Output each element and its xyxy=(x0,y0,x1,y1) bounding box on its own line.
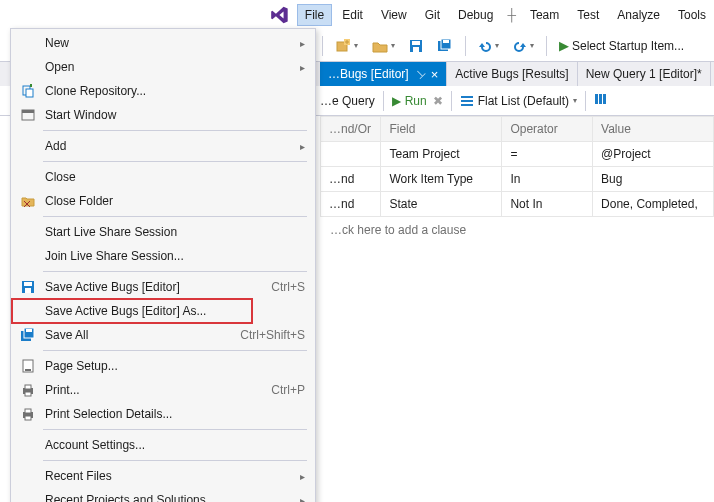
cell-value[interactable]: Done, Completed, xyxy=(593,192,714,217)
file-menu-item[interactable]: Clone Repository... xyxy=(13,79,313,103)
submenu-arrow-icon: ▸ xyxy=(300,38,305,49)
svg-rect-19 xyxy=(24,282,32,286)
blank-icon xyxy=(19,168,37,186)
pin-icon[interactable]: ⊣ xyxy=(412,66,428,82)
window-icon xyxy=(19,106,37,124)
menu-team[interactable]: Team xyxy=(522,4,567,26)
file-menu-item[interactable]: Print Selection Details... xyxy=(13,402,313,426)
cell-andor[interactable] xyxy=(321,142,381,167)
menu-overflow-icon[interactable]: ┼ xyxy=(503,8,520,22)
cell-operator[interactable]: = xyxy=(502,142,593,167)
cell-field[interactable]: Work Item Type xyxy=(381,167,502,192)
column-options-button[interactable] xyxy=(594,92,608,109)
add-clause-hint[interactable]: …ck here to add a clause xyxy=(320,217,714,243)
cell-field[interactable]: State xyxy=(381,192,502,217)
submenu-arrow-icon: ▸ xyxy=(300,141,305,152)
menu-separator xyxy=(43,130,307,131)
menu-item-label: Print... xyxy=(45,383,263,397)
chevron-down-icon: ▾ xyxy=(391,41,395,50)
menu-analyze[interactable]: Analyze xyxy=(609,4,668,26)
print-icon xyxy=(19,381,37,399)
menu-debug[interactable]: Debug xyxy=(450,4,501,26)
menu-item-label: Recent Files xyxy=(45,469,292,483)
cell-operator[interactable]: In xyxy=(502,167,593,192)
grid-row[interactable]: …nd Work Item Type In Bug xyxy=(321,167,714,192)
file-menu-item[interactable]: Save Active Bugs [Editor]Ctrl+S xyxy=(13,275,313,299)
cell-andor[interactable]: …nd xyxy=(321,192,381,217)
cell-andor[interactable]: …nd xyxy=(321,167,381,192)
toolbar-separator xyxy=(546,36,547,56)
file-menu-item[interactable]: Save Active Bugs [Editor] As... xyxy=(13,299,313,323)
stop-button[interactable]: ✖ xyxy=(433,94,443,108)
file-menu-item[interactable]: Start Window xyxy=(13,103,313,127)
close-icon[interactable]: × xyxy=(431,68,439,81)
save-icon xyxy=(409,39,423,53)
menu-file[interactable]: File xyxy=(297,4,332,26)
menu-edit[interactable]: Edit xyxy=(334,4,371,26)
menu-separator xyxy=(43,161,307,162)
closefolder-icon xyxy=(19,192,37,210)
menu-item-label: Save All xyxy=(45,328,232,342)
menu-git[interactable]: Git xyxy=(417,4,448,26)
file-menu-item[interactable]: Join Live Share Session... xyxy=(13,244,313,268)
run-query-button[interactable]: ▶ Run xyxy=(392,94,427,108)
tab-active-bugs-editor[interactable]: …Bugs [Editor] ⊣ × xyxy=(320,62,447,86)
startup-button[interactable]: ▶ Select Startup Item... xyxy=(555,36,688,55)
chevron-down-icon: ▾ xyxy=(495,41,499,50)
grid-header-row: …nd/Or Field Operator Value xyxy=(321,117,714,142)
svg-rect-27 xyxy=(25,385,31,389)
menu-item-label: Clone Repository... xyxy=(45,84,305,98)
blank-icon xyxy=(19,247,37,265)
file-menu-item[interactable]: Page Setup... xyxy=(13,354,313,378)
file-menu-item[interactable]: Recent Projects and Solutions▸ xyxy=(13,488,313,502)
cell-operator[interactable]: Not In xyxy=(502,192,593,217)
file-menu-item[interactable]: Recent Files▸ xyxy=(13,464,313,488)
file-menu-item[interactable]: Save AllCtrl+Shift+S xyxy=(13,323,313,347)
cell-value[interactable]: Bug xyxy=(593,167,714,192)
menu-separator xyxy=(43,216,307,217)
grid-row[interactable]: Team Project = @Project xyxy=(321,142,714,167)
redo-icon xyxy=(513,39,527,53)
highlight-annotation xyxy=(11,298,253,324)
undo-button[interactable]: ▾ xyxy=(474,37,503,55)
save-all-button[interactable] xyxy=(433,37,457,55)
menu-tools[interactable]: Tools xyxy=(670,4,714,26)
file-menu-item[interactable]: Open▸ xyxy=(13,55,313,79)
redo-button[interactable]: ▾ xyxy=(509,37,538,55)
svg-rect-7 xyxy=(443,40,449,43)
menu-view[interactable]: View xyxy=(373,4,415,26)
file-menu-item[interactable]: Print...Ctrl+P xyxy=(13,378,313,402)
file-menu-item[interactable]: Start Live Share Session xyxy=(13,220,313,244)
menu-test[interactable]: Test xyxy=(569,4,607,26)
col-field[interactable]: Field xyxy=(381,117,502,142)
cell-field[interactable]: Team Project xyxy=(381,142,502,167)
toolbar-separator xyxy=(451,91,452,111)
file-menu-item[interactable]: Account Settings... xyxy=(13,433,313,457)
open-button[interactable]: ▾ xyxy=(368,36,399,56)
chevron-down-icon: ▾ xyxy=(573,96,577,105)
new-project-button[interactable]: ▾ xyxy=(331,36,362,56)
play-icon: ▶ xyxy=(559,38,569,53)
file-menu-item[interactable]: Add▸ xyxy=(13,134,313,158)
grid-row[interactable]: …nd State Not In Done, Completed, xyxy=(321,192,714,217)
clone-icon xyxy=(19,82,37,100)
vs-logo-icon xyxy=(270,5,289,25)
cell-value[interactable]: @Project xyxy=(593,142,714,167)
menu-item-label: New xyxy=(45,36,292,50)
toolbar-separator xyxy=(465,36,466,56)
col-andor[interactable]: …nd/Or xyxy=(321,117,381,142)
menu-item-label: Join Live Share Session... xyxy=(45,249,305,263)
tab-new-query[interactable]: New Query 1 [Editor]* xyxy=(578,62,711,86)
file-menu-item[interactable]: Close Folder xyxy=(13,189,313,213)
file-menu-item[interactable]: New▸ xyxy=(13,31,313,55)
col-operator[interactable]: Operator xyxy=(502,117,593,142)
tab-active-bugs-results[interactable]: Active Bugs [Results] xyxy=(447,62,577,86)
toolbar-separator xyxy=(585,91,586,111)
save-button[interactable] xyxy=(405,37,427,55)
submenu-arrow-icon: ▸ xyxy=(300,495,305,503)
print-icon xyxy=(19,405,37,423)
col-value[interactable]: Value xyxy=(593,117,714,142)
query-type-dropdown[interactable]: Flat List (Default) ▾ xyxy=(460,94,577,108)
file-menu-item[interactable]: Close xyxy=(13,165,313,189)
svg-rect-4 xyxy=(413,47,419,52)
